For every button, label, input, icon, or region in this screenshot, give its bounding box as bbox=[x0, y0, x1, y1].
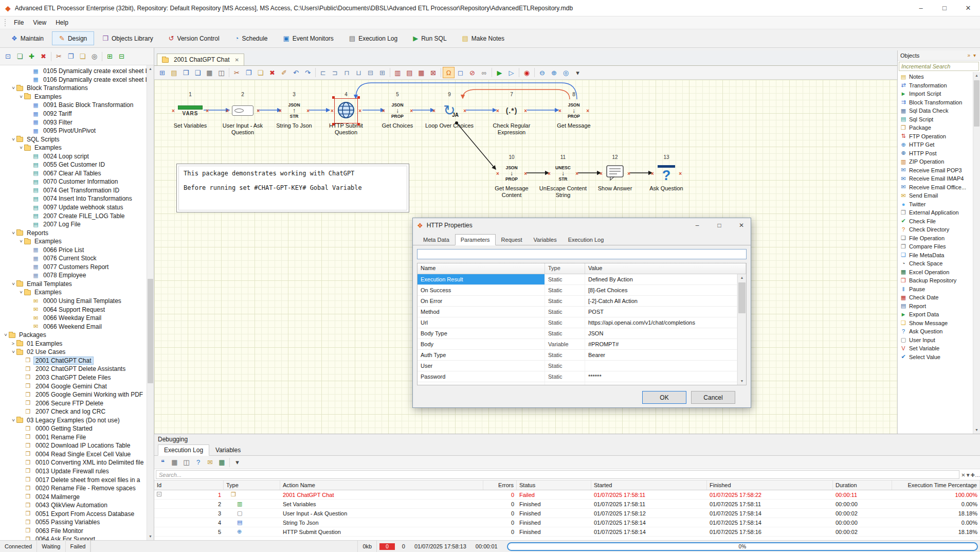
tree-item-2007-log-file[interactable]: ▤2007 Log File bbox=[0, 220, 147, 229]
minimize-button[interactable]: – bbox=[909, 0, 933, 16]
tree-item-0064-ask-for-support[interactable]: ❒0064 Ask For Support bbox=[0, 535, 147, 540]
canvas-distribute-v-icon[interactable]: ⊞ bbox=[376, 67, 388, 78]
tree-item-2002-chatgpt-delete-assistants[interactable]: ❒2002 ChatGPT Delete Assistants bbox=[0, 365, 147, 373]
tree-item-2004-google-gemini-chat[interactable]: ❒2004 Google Gemini Chat bbox=[0, 382, 147, 390]
flow-node-string-to-json[interactable]: 3JSON↑STRString To Json bbox=[269, 92, 319, 129]
param-row-method[interactable]: MethodStaticPOST bbox=[418, 307, 737, 317]
param-row-row[interactable]: Variable#CHAT-GPT-KEY# bbox=[418, 382, 737, 385]
menu-help[interactable]: Help bbox=[51, 17, 73, 28]
param-row-body-type[interactable]: Body TypeStaticJSON bbox=[418, 328, 737, 339]
object-item-report[interactable]: ▤Report bbox=[898, 302, 973, 311]
scroll-thumb[interactable] bbox=[974, 80, 979, 127]
parameter-filter-input[interactable] bbox=[417, 249, 747, 259]
object-item-zip-operation[interactable]: ▥ZIP Operation bbox=[898, 157, 973, 166]
dialog-minimize-button[interactable]: – bbox=[688, 219, 706, 233]
flow-node-get-message[interactable]: 8JSON↓PROPGet Message bbox=[549, 92, 598, 129]
scroll-down-icon[interactable]: ▼ bbox=[738, 378, 746, 385]
canvas-delete-icon[interactable]: ✖ bbox=[266, 67, 278, 78]
tree-expander-icon[interactable]: > bbox=[11, 349, 16, 355]
column-name[interactable]: Name bbox=[418, 263, 545, 274]
canvas-zoom-in-icon[interactable]: ⊕ bbox=[548, 67, 560, 78]
tree-item-0070-customer-information[interactable]: ▤0070 Customer Information bbox=[0, 177, 147, 186]
tree-item-0097-update-webhook-status[interactable]: ▤0097 Update webhook status bbox=[0, 203, 147, 212]
tree-item-0013-update-firewall-rules[interactable]: ❒0013 Update Firewall rules bbox=[0, 467, 147, 476]
log-column-action-name[interactable]: Action Name bbox=[280, 480, 483, 490]
debug-print-preview-icon[interactable]: ◫ bbox=[180, 457, 192, 468]
debug-email-icon[interactable]: ✉ bbox=[204, 457, 216, 468]
canvas-schedule-2-icon[interactable]: ▤ bbox=[404, 67, 415, 78]
object-item-twitter[interactable]: ●Twitter bbox=[898, 200, 973, 209]
log-column-id[interactable]: Id bbox=[154, 480, 224, 490]
object-item-file-metadata[interactable]: ❏File MetaData bbox=[898, 251, 973, 260]
tree-cut-icon[interactable]: ✂ bbox=[53, 51, 65, 62]
tree-item-sql-scripts[interactable]: >SQL Scripts bbox=[0, 135, 147, 144]
object-item-check-file[interactable]: ✔Check File bbox=[898, 217, 973, 226]
log-column-duration[interactable]: Duration bbox=[833, 480, 892, 490]
scroll-up-icon[interactable]: ▲ bbox=[738, 274, 746, 281]
row-expander-icon[interactable]: − bbox=[157, 492, 161, 496]
canvas-redo-icon[interactable]: ↷ bbox=[302, 67, 314, 78]
package-note[interactable]: This package demonstrates working with C… bbox=[176, 164, 409, 212]
param-row-on-error[interactable]: On ErrorStatic[-2]-Catch All Action bbox=[418, 296, 737, 307]
object-item-external-application[interactable]: ❒External Application bbox=[898, 208, 973, 217]
main-tab-version-control[interactable]: ↺Version Control bbox=[161, 31, 227, 45]
tree-item-03-legacy-examples-do-not-use[interactable]: >03 Legacy Examples (Do not use) bbox=[0, 416, 147, 424]
panel-pin-icon[interactable]: » bbox=[966, 52, 972, 58]
incremental-search-input[interactable] bbox=[899, 62, 979, 71]
tree-delete-icon[interactable]: ✖ bbox=[38, 51, 49, 62]
object-item-ask-question[interactable]: ?Ask Question bbox=[898, 327, 973, 336]
tree-expander-icon[interactable]: > bbox=[10, 341, 16, 346]
flow-node-set-variables[interactable]: 1VARSSet Variables bbox=[166, 92, 215, 129]
main-tab-make-notes[interactable]: ▤Make Notes bbox=[455, 31, 512, 45]
canvas-print-icon[interactable]: ▦ bbox=[204, 67, 215, 78]
canvas-undo-icon[interactable]: ↶ bbox=[290, 67, 302, 78]
scroll-down-icon[interactable]: ▼ bbox=[973, 426, 980, 434]
tree-item-0024-loop-script[interactable]: ▤0024 Loop script bbox=[0, 152, 147, 161]
tree-item-packages[interactable]: >Packages bbox=[0, 331, 147, 340]
param-row-body[interactable]: BodyVariable#PROMPT# bbox=[418, 339, 737, 350]
tree-item-0001-rename-file[interactable]: ❒0001 Rename File bbox=[0, 433, 147, 442]
scroll-up-icon[interactable]: ▲ bbox=[973, 72, 980, 79]
debug-comment-icon[interactable]: ❝ bbox=[157, 457, 169, 468]
object-item-http-post[interactable]: ⊕HTTP Post bbox=[898, 149, 973, 158]
tree-item-examples[interactable]: >Examples bbox=[0, 237, 147, 246]
scroll-thumb[interactable] bbox=[148, 279, 153, 383]
tree-item-examples[interactable]: >Examples bbox=[0, 93, 147, 101]
canvas-cut-icon[interactable]: ✂ bbox=[231, 67, 243, 78]
object-item-notes[interactable]: ▤Notes bbox=[898, 73, 973, 81]
log-column-execution-time-percentage[interactable]: Execution Time Percentage bbox=[892, 480, 980, 490]
object-item-receive-email-imap4[interactable]: ✉Receive Email IMAP4 bbox=[898, 174, 973, 183]
tree-item-0067-clear-all-tables[interactable]: ▤0067 Clear All Tables bbox=[0, 169, 147, 178]
log-row-string-to-json[interactable]: 4▤String To Json0Finished01/07/2025 17:5… bbox=[154, 518, 980, 527]
tree-expander-icon[interactable]: > bbox=[11, 229, 16, 236]
tree-expander-icon[interactable]: > bbox=[11, 417, 16, 423]
tree-item-0017-delete-sheet-from-excel-files-in-a[interactable]: ❒0017 Delete sheet from excel files in a bbox=[0, 475, 147, 484]
tree-expander-icon[interactable]: > bbox=[19, 238, 24, 245]
add-filter-icon[interactable]: ✚ bbox=[971, 472, 975, 478]
tree-item-2003-chatgpt-delete-files[interactable]: ❒2003 ChatGPT Delete Files bbox=[0, 373, 147, 382]
main-tab-run-sql[interactable]: ▶Run SQL bbox=[406, 31, 453, 45]
tree-item-0105-dynamically-create-excel-sheet-b[interactable]: ▦0105 Dynamically create excel sheet b..… bbox=[0, 67, 147, 76]
document-tab[interactable]: 2001 ChatGPT Chat ✕ bbox=[157, 54, 244, 65]
tree-panels-icon[interactable]: ⊡ bbox=[2, 51, 14, 62]
tree-item-0074-get-transformation-id[interactable]: ▤0074 Get Transformation ID bbox=[0, 186, 147, 195]
object-item-user-input[interactable]: ▢User Input bbox=[898, 336, 973, 345]
main-tab-maintain[interactable]: ❖Maintain bbox=[4, 31, 51, 45]
object-item-block-transformation[interactable]: ⇉Block Transformation bbox=[898, 98, 973, 107]
object-item-send-email[interactable]: ✉Send Email bbox=[898, 191, 973, 200]
tree-item-block-transformations[interactable]: >Block Transformations bbox=[0, 84, 147, 93]
log-row-http-submit-question[interactable]: 5⊕HTTP Submit Question0Finished01/07/202… bbox=[154, 527, 980, 537]
tree-item-0078-employee[interactable]: ▦0078 Employee bbox=[0, 271, 147, 280]
tree-expander-icon[interactable]: > bbox=[19, 289, 24, 296]
object-item-backup-repository[interactable]: ❒Backup Repository bbox=[898, 276, 973, 285]
tree-item-0055-passing-variables[interactable]: ❒0055 Passing Variables bbox=[0, 518, 147, 527]
scroll-down-icon[interactable]: ▼ bbox=[147, 533, 154, 540]
log-column-started[interactable]: Started bbox=[591, 480, 707, 490]
canvas-link-icon[interactable]: ∞ bbox=[478, 67, 490, 78]
object-item-select-value[interactable]: ✔Select Value bbox=[898, 353, 973, 362]
main-tab-design[interactable]: ✎Design bbox=[52, 31, 94, 45]
object-item-export-data[interactable]: ►Export Data bbox=[898, 310, 973, 319]
tree-item-0093-filter[interactable]: ▦0093 Filter bbox=[0, 118, 147, 127]
tree-item-0000-using-email-templates[interactable]: ✉0000 Using Email Templates bbox=[0, 297, 147, 306]
main-tab-execution-log[interactable]: ▤Execution Log bbox=[342, 31, 405, 45]
